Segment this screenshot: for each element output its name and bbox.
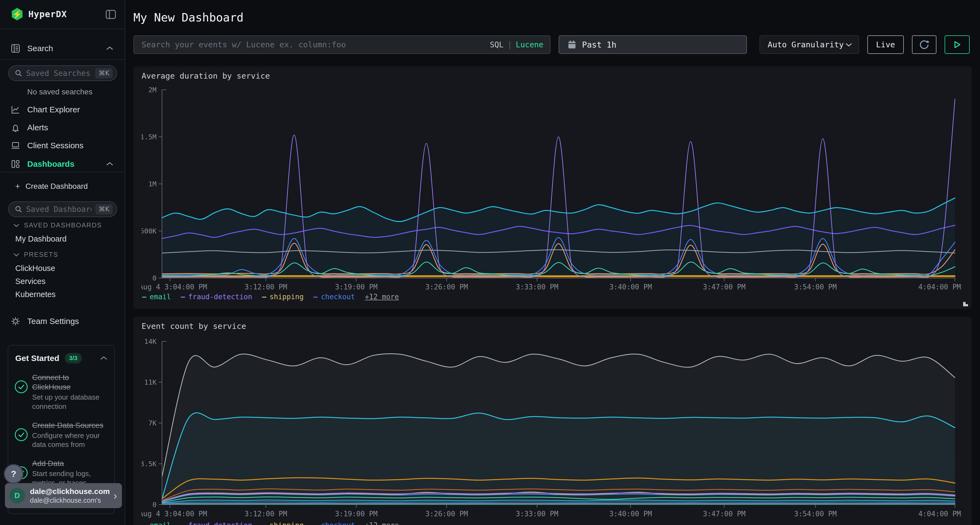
get-started-item-desc: Set up your database connection: [32, 393, 109, 411]
create-dashboard-label: Create Dashboard: [25, 182, 88, 191]
saved-searches-input[interactable]: ⌘K: [8, 65, 117, 81]
chevron-up-icon[interactable]: [100, 356, 108, 361]
user-team: dale@clickhouse.com's: [30, 496, 110, 504]
sidebar-item-kubernetes[interactable]: Kubernetes: [15, 290, 56, 299]
sidebar-item-services[interactable]: Services: [15, 277, 45, 286]
chevron-down-icon: [845, 43, 853, 47]
app-name: HyperDX: [28, 9, 67, 19]
chevron-up-icon: [106, 162, 114, 167]
get-started-title: Get Started: [15, 354, 59, 363]
play-icon: [953, 40, 961, 49]
logo-row: ⚡ HyperDX: [0, 0, 125, 28]
get-started-item[interactable]: Create Data SourcesConfigure where your …: [14, 420, 109, 450]
legend-item-checkout[interactable]: —checkout: [313, 521, 355, 525]
legend-swatch: —: [262, 293, 266, 301]
average-duration-chart[interactable]: 2M1.5M1M500K0Aug 4 3:04:00 PM3:12:00 PM3…: [142, 80, 964, 292]
svg-text:14K: 14K: [144, 338, 156, 346]
sidebar-item-search[interactable]: Search: [0, 40, 125, 57]
legend-swatch: —: [142, 293, 146, 301]
legend-item-email[interactable]: —email: [142, 521, 171, 525]
svg-text:3:54:00 PM: 3:54:00 PM: [794, 283, 837, 291]
event-count-chart[interactable]: 14K11K7K3.5K0Aug 4 3:04:00 PM3:12:00 PM3…: [142, 330, 964, 521]
sidebar-item-client-sessions[interactable]: Client Sessions: [0, 136, 125, 154]
get-started-badge: 3/3: [65, 353, 82, 363]
svg-text:0: 0: [153, 274, 156, 282]
legend-item-checkout[interactable]: —checkout: [313, 293, 355, 301]
sidebar-item-dashboards[interactable]: Dashboards: [0, 155, 125, 173]
sidebar-item-team-settings[interactable]: Team Settings: [0, 312, 125, 330]
avatar: D: [9, 488, 25, 503]
user-email: dale@clickhouse.com: [30, 487, 110, 496]
divider: [0, 59, 125, 60]
time-range-value: Past 1h: [582, 40, 616, 49]
dashboards-icon: [11, 159, 20, 169]
legend-item-shipping[interactable]: —shipping: [262, 293, 304, 301]
sidebar-item-label: Chart Explorer: [27, 105, 80, 114]
sidebar-item-my-dashboard[interactable]: My Dashboard: [15, 235, 67, 243]
help-button[interactable]: ?: [4, 464, 24, 484]
svg-text:3:47:00 PM: 3:47:00 PM: [703, 510, 746, 518]
refresh-button[interactable]: [912, 35, 937, 54]
check-circle-icon: [14, 380, 28, 394]
saved-dashboards-header[interactable]: SAVED DASHBOARDS: [13, 221, 102, 229]
event-search-bar[interactable]: SQL | Lucene: [134, 35, 550, 54]
sidebar-item-label: Alerts: [27, 123, 48, 132]
hyperdx-app: ⚡ HyperDX Search: [0, 0, 980, 525]
create-dashboard-button[interactable]: + Create Dashboard: [15, 182, 88, 191]
user-menu[interactable]: D dale@clickhouse.com dale@clickhouse.co…: [5, 483, 122, 508]
legend-item-email[interactable]: —email: [142, 293, 171, 301]
sql-toggle[interactable]: SQL: [490, 40, 504, 49]
svg-text:3:33:00 PM: 3:33:00 PM: [516, 283, 558, 291]
run-query-button[interactable]: [945, 35, 970, 54]
svg-text:3:26:00 PM: 3:26:00 PM: [425, 510, 468, 518]
svg-text:2M: 2M: [148, 86, 156, 94]
sidebar-item-label: Client Sessions: [27, 141, 84, 150]
svg-text:3:40:00 PM: 3:40:00 PM: [609, 283, 652, 291]
time-range-picker[interactable]: Past 1h: [558, 35, 747, 54]
sidebar-item-alerts[interactable]: Alerts: [0, 119, 125, 136]
granularity-select[interactable]: Auto Granularity: [759, 35, 859, 54]
page-title: My New Dashboard: [134, 11, 243, 24]
legend-more-link[interactable]: +12 more: [365, 521, 399, 525]
lucene-toggle[interactable]: Lucene: [516, 40, 543, 49]
get-started-item[interactable]: Connect to ClickHouseSet up your databas…: [14, 373, 109, 411]
svg-text:3:54:00 PM: 3:54:00 PM: [794, 510, 837, 518]
refresh-icon: [918, 39, 930, 50]
svg-text:3:12:00 PM: 3:12:00 PM: [245, 283, 287, 291]
panel-average-duration: Average duration by service 2M1.5M1M500K…: [134, 67, 972, 309]
bell-icon: [11, 123, 20, 132]
legend-item-shipping[interactable]: —shipping: [262, 521, 304, 525]
sidebar-collapse-icon[interactable]: [106, 10, 116, 19]
svg-text:1M: 1M: [148, 180, 156, 188]
svg-text:3:40:00 PM: 3:40:00 PM: [609, 510, 652, 518]
get-started-items: Connect to ClickHouseSet up your databas…: [8, 373, 115, 488]
svg-text:500K: 500K: [142, 227, 156, 235]
get-started-item-title: Connect to ClickHouse: [32, 373, 109, 392]
svg-text:3:19:00 PM: 3:19:00 PM: [335, 283, 377, 291]
svg-text:1.5M: 1.5M: [142, 133, 156, 141]
presets-header[interactable]: PRESETS: [13, 251, 58, 259]
sidebar-item-chart-explorer[interactable]: Chart Explorer: [0, 101, 125, 119]
chart-legend: —email—fraud-detection—shipping—checkout…: [142, 521, 399, 525]
svg-text:Aug 4 3:04:00 PM: Aug 4 3:04:00 PM: [142, 283, 207, 291]
saved-dashboards-field[interactable]: [26, 205, 91, 214]
panel-event-count: Event count by service 14K11K7K3.5K0Aug …: [134, 317, 972, 525]
live-button[interactable]: Live: [867, 35, 904, 54]
divider: [0, 29, 125, 29]
event-search-field[interactable]: [142, 40, 495, 49]
saved-searches-field[interactable]: [26, 69, 91, 78]
query-language-toggle: SQL | Lucene: [490, 40, 543, 49]
resize-handle-icon[interactable]: [962, 301, 969, 307]
legend-swatch: —: [181, 521, 185, 525]
granularity-value: Auto Granularity: [768, 40, 844, 49]
saved-dashboards-input[interactable]: ⌘K: [8, 201, 117, 217]
cmd-k-shortcut: ⌘K: [95, 204, 113, 214]
get-started-header[interactable]: Get Started 3/3: [15, 353, 108, 363]
svg-text:3:33:00 PM: 3:33:00 PM: [516, 510, 558, 518]
sidebar-item-label: Dashboards: [27, 159, 74, 169]
legend-more-link[interactable]: +12 more: [365, 293, 399, 301]
sidebar-item-clickhouse[interactable]: ClickHouse: [15, 264, 55, 273]
legend-item-fraud-detection[interactable]: —fraud-detection: [181, 521, 252, 525]
legend-item-fraud-detection[interactable]: —fraud-detection: [181, 293, 252, 301]
plus-icon: +: [15, 182, 20, 191]
